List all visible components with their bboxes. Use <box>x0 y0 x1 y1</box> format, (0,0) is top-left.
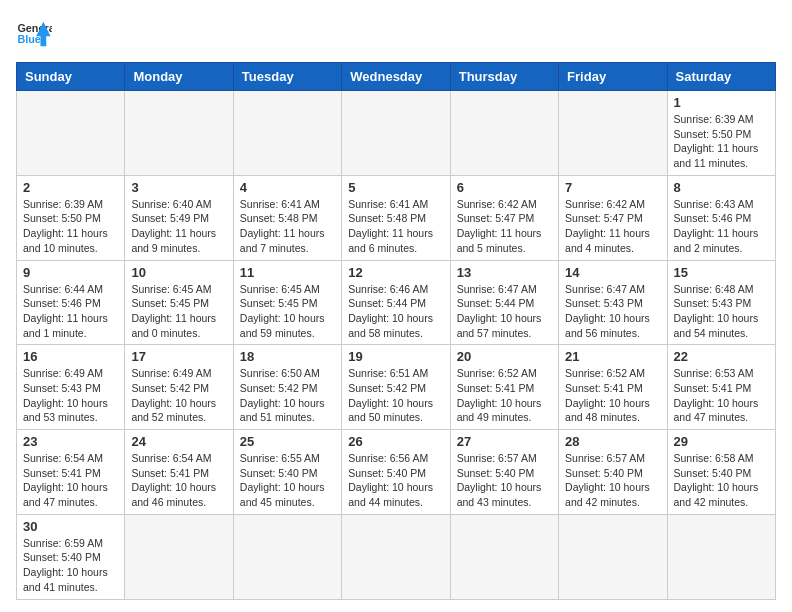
day-info: Sunrise: 6:42 AM Sunset: 5:47 PM Dayligh… <box>565 197 660 256</box>
day-number: 22 <box>674 349 769 364</box>
calendar-cell: 14Sunrise: 6:47 AM Sunset: 5:43 PM Dayli… <box>559 260 667 345</box>
day-number: 12 <box>348 265 443 280</box>
calendar-cell: 5Sunrise: 6:41 AM Sunset: 5:48 PM Daylig… <box>342 175 450 260</box>
calendar-cell <box>342 91 450 176</box>
calendar-cell <box>17 91 125 176</box>
day-info: Sunrise: 6:53 AM Sunset: 5:41 PM Dayligh… <box>674 366 769 425</box>
calendar-week-row: 16Sunrise: 6:49 AM Sunset: 5:43 PM Dayli… <box>17 345 776 430</box>
calendar-cell <box>559 91 667 176</box>
weekday-header-monday: Monday <box>125 63 233 91</box>
calendar-cell: 2Sunrise: 6:39 AM Sunset: 5:50 PM Daylig… <box>17 175 125 260</box>
calendar-cell: 12Sunrise: 6:46 AM Sunset: 5:44 PM Dayli… <box>342 260 450 345</box>
day-number: 27 <box>457 434 552 449</box>
day-number: 18 <box>240 349 335 364</box>
day-info: Sunrise: 6:39 AM Sunset: 5:50 PM Dayligh… <box>23 197 118 256</box>
calendar-cell: 25Sunrise: 6:55 AM Sunset: 5:40 PM Dayli… <box>233 430 341 515</box>
day-number: 3 <box>131 180 226 195</box>
calendar-cell: 7Sunrise: 6:42 AM Sunset: 5:47 PM Daylig… <box>559 175 667 260</box>
calendar-cell: 19Sunrise: 6:51 AM Sunset: 5:42 PM Dayli… <box>342 345 450 430</box>
calendar-cell: 8Sunrise: 6:43 AM Sunset: 5:46 PM Daylig… <box>667 175 775 260</box>
day-info: Sunrise: 6:45 AM Sunset: 5:45 PM Dayligh… <box>131 282 226 341</box>
logo: General Blue <box>16 16 52 52</box>
day-number: 9 <box>23 265 118 280</box>
calendar-cell: 23Sunrise: 6:54 AM Sunset: 5:41 PM Dayli… <box>17 430 125 515</box>
day-number: 23 <box>23 434 118 449</box>
calendar-week-row: 30Sunrise: 6:59 AM Sunset: 5:40 PM Dayli… <box>17 514 776 599</box>
day-info: Sunrise: 6:57 AM Sunset: 5:40 PM Dayligh… <box>565 451 660 510</box>
day-info: Sunrise: 6:54 AM Sunset: 5:41 PM Dayligh… <box>131 451 226 510</box>
day-number: 25 <box>240 434 335 449</box>
day-info: Sunrise: 6:49 AM Sunset: 5:42 PM Dayligh… <box>131 366 226 425</box>
day-number: 8 <box>674 180 769 195</box>
day-info: Sunrise: 6:54 AM Sunset: 5:41 PM Dayligh… <box>23 451 118 510</box>
day-number: 11 <box>240 265 335 280</box>
day-info: Sunrise: 6:41 AM Sunset: 5:48 PM Dayligh… <box>348 197 443 256</box>
calendar-cell: 3Sunrise: 6:40 AM Sunset: 5:49 PM Daylig… <box>125 175 233 260</box>
calendar-week-row: 9Sunrise: 6:44 AM Sunset: 5:46 PM Daylig… <box>17 260 776 345</box>
day-number: 13 <box>457 265 552 280</box>
calendar-week-row: 1Sunrise: 6:39 AM Sunset: 5:50 PM Daylig… <box>17 91 776 176</box>
calendar-week-row: 23Sunrise: 6:54 AM Sunset: 5:41 PM Dayli… <box>17 430 776 515</box>
day-info: Sunrise: 6:58 AM Sunset: 5:40 PM Dayligh… <box>674 451 769 510</box>
calendar-cell: 4Sunrise: 6:41 AM Sunset: 5:48 PM Daylig… <box>233 175 341 260</box>
day-info: Sunrise: 6:45 AM Sunset: 5:45 PM Dayligh… <box>240 282 335 341</box>
day-number: 21 <box>565 349 660 364</box>
day-info: Sunrise: 6:47 AM Sunset: 5:43 PM Dayligh… <box>565 282 660 341</box>
calendar-cell: 29Sunrise: 6:58 AM Sunset: 5:40 PM Dayli… <box>667 430 775 515</box>
day-number: 10 <box>131 265 226 280</box>
day-number: 17 <box>131 349 226 364</box>
day-number: 6 <box>457 180 552 195</box>
weekday-header-friday: Friday <box>559 63 667 91</box>
day-info: Sunrise: 6:50 AM Sunset: 5:42 PM Dayligh… <box>240 366 335 425</box>
calendar-cell: 15Sunrise: 6:48 AM Sunset: 5:43 PM Dayli… <box>667 260 775 345</box>
calendar-cell: 10Sunrise: 6:45 AM Sunset: 5:45 PM Dayli… <box>125 260 233 345</box>
calendar-cell: 17Sunrise: 6:49 AM Sunset: 5:42 PM Dayli… <box>125 345 233 430</box>
calendar-cell <box>125 514 233 599</box>
day-number: 7 <box>565 180 660 195</box>
calendar-cell: 24Sunrise: 6:54 AM Sunset: 5:41 PM Dayli… <box>125 430 233 515</box>
calendar-cell <box>125 91 233 176</box>
weekday-header-saturday: Saturday <box>667 63 775 91</box>
calendar-week-row: 2Sunrise: 6:39 AM Sunset: 5:50 PM Daylig… <box>17 175 776 260</box>
day-info: Sunrise: 6:42 AM Sunset: 5:47 PM Dayligh… <box>457 197 552 256</box>
weekday-header-sunday: Sunday <box>17 63 125 91</box>
calendar-cell: 28Sunrise: 6:57 AM Sunset: 5:40 PM Dayli… <box>559 430 667 515</box>
calendar-cell <box>233 91 341 176</box>
day-number: 2 <box>23 180 118 195</box>
day-number: 14 <box>565 265 660 280</box>
day-number: 30 <box>23 519 118 534</box>
calendar-cell: 1Sunrise: 6:39 AM Sunset: 5:50 PM Daylig… <box>667 91 775 176</box>
calendar-cell: 22Sunrise: 6:53 AM Sunset: 5:41 PM Dayli… <box>667 345 775 430</box>
day-number: 5 <box>348 180 443 195</box>
day-number: 29 <box>674 434 769 449</box>
calendar-cell <box>667 514 775 599</box>
calendar-cell <box>233 514 341 599</box>
day-number: 26 <box>348 434 443 449</box>
calendar-table: SundayMondayTuesdayWednesdayThursdayFrid… <box>16 62 776 600</box>
day-number: 4 <box>240 180 335 195</box>
calendar-cell: 20Sunrise: 6:52 AM Sunset: 5:41 PM Dayli… <box>450 345 558 430</box>
logo-icon: General Blue <box>16 16 52 52</box>
day-info: Sunrise: 6:40 AM Sunset: 5:49 PM Dayligh… <box>131 197 226 256</box>
calendar-cell: 9Sunrise: 6:44 AM Sunset: 5:46 PM Daylig… <box>17 260 125 345</box>
weekday-header-wednesday: Wednesday <box>342 63 450 91</box>
day-info: Sunrise: 6:56 AM Sunset: 5:40 PM Dayligh… <box>348 451 443 510</box>
day-info: Sunrise: 6:39 AM Sunset: 5:50 PM Dayligh… <box>674 112 769 171</box>
day-number: 15 <box>674 265 769 280</box>
calendar-cell: 21Sunrise: 6:52 AM Sunset: 5:41 PM Dayli… <box>559 345 667 430</box>
calendar-cell <box>450 91 558 176</box>
calendar-cell: 27Sunrise: 6:57 AM Sunset: 5:40 PM Dayli… <box>450 430 558 515</box>
day-number: 20 <box>457 349 552 364</box>
day-info: Sunrise: 6:55 AM Sunset: 5:40 PM Dayligh… <box>240 451 335 510</box>
day-info: Sunrise: 6:46 AM Sunset: 5:44 PM Dayligh… <box>348 282 443 341</box>
day-number: 28 <box>565 434 660 449</box>
day-info: Sunrise: 6:57 AM Sunset: 5:40 PM Dayligh… <box>457 451 552 510</box>
day-info: Sunrise: 6:48 AM Sunset: 5:43 PM Dayligh… <box>674 282 769 341</box>
day-info: Sunrise: 6:49 AM Sunset: 5:43 PM Dayligh… <box>23 366 118 425</box>
calendar-cell: 26Sunrise: 6:56 AM Sunset: 5:40 PM Dayli… <box>342 430 450 515</box>
weekday-header-row: SundayMondayTuesdayWednesdayThursdayFrid… <box>17 63 776 91</box>
day-number: 1 <box>674 95 769 110</box>
calendar-cell: 6Sunrise: 6:42 AM Sunset: 5:47 PM Daylig… <box>450 175 558 260</box>
day-info: Sunrise: 6:52 AM Sunset: 5:41 PM Dayligh… <box>565 366 660 425</box>
page-header: General Blue <box>16 16 776 52</box>
